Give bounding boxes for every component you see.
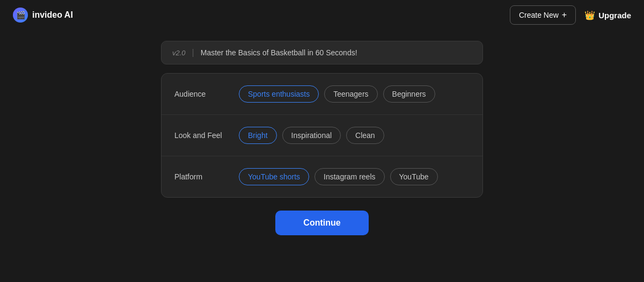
chip-bright[interactable]: Bright bbox=[239, 127, 277, 144]
options-card: Audience Sports enthusiasts Teenagers Be… bbox=[161, 73, 483, 198]
continue-button[interactable]: Continue bbox=[275, 211, 368, 235]
chip-inspirational[interactable]: Inspirational bbox=[282, 127, 341, 144]
version-divider: | bbox=[192, 48, 194, 57]
upgrade-label: Upgrade bbox=[598, 11, 631, 20]
chip-sports-enthusiasts[interactable]: Sports enthusiasts bbox=[239, 85, 319, 103]
chip-teenagers[interactable]: Teenagers bbox=[324, 85, 377, 103]
version-bar: v2.0 | Master the Basics of Basketball i… bbox=[161, 41, 483, 64]
look-feel-row: Look and Feel Bright Inspirational Clean bbox=[162, 115, 482, 156]
chip-youtube[interactable]: YouTube bbox=[390, 168, 438, 185]
continue-area: Continue bbox=[275, 211, 368, 235]
chip-clean[interactable]: Clean bbox=[346, 127, 384, 144]
chip-instagram-reels[interactable]: Instagram reels bbox=[314, 168, 384, 185]
plus-icon: + bbox=[562, 10, 567, 20]
create-new-button[interactable]: Create New + bbox=[510, 5, 576, 25]
logo-text: invideo AI bbox=[32, 10, 73, 20]
main-content: v2.0 | Master the Basics of Basketball i… bbox=[0, 30, 644, 235]
audience-chips: Sports enthusiasts Teenagers Beginners bbox=[239, 85, 435, 103]
platform-row: Platform YouTube shorts Instagram reels … bbox=[162, 156, 482, 197]
chip-beginners[interactable]: Beginners bbox=[383, 85, 435, 103]
look-feel-chips: Bright Inspirational Clean bbox=[239, 127, 384, 144]
look-feel-label: Look and Feel bbox=[174, 131, 239, 140]
logo-icon: 🎬 bbox=[13, 8, 28, 23]
header: 🎬 invideo AI Create New + 👑 Upgrade bbox=[0, 0, 644, 30]
audience-row: Audience Sports enthusiasts Teenagers Be… bbox=[162, 74, 482, 115]
chip-youtube-shorts[interactable]: YouTube shorts bbox=[239, 168, 309, 185]
platform-label: Platform bbox=[174, 172, 239, 181]
version-title: Master the Basics of Basketball in 60 Se… bbox=[201, 48, 357, 57]
audience-label: Audience bbox=[174, 90, 239, 98]
logo-area: 🎬 invideo AI bbox=[13, 8, 73, 23]
crown-icon: 👑 bbox=[584, 10, 595, 20]
create-new-label: Create New bbox=[519, 11, 559, 19]
platform-chips: YouTube shorts Instagram reels YouTube bbox=[239, 168, 438, 185]
upgrade-button[interactable]: 👑 Upgrade bbox=[584, 10, 631, 20]
version-label: v2.0 bbox=[172, 49, 186, 57]
header-right: Create New + 👑 Upgrade bbox=[510, 5, 631, 25]
